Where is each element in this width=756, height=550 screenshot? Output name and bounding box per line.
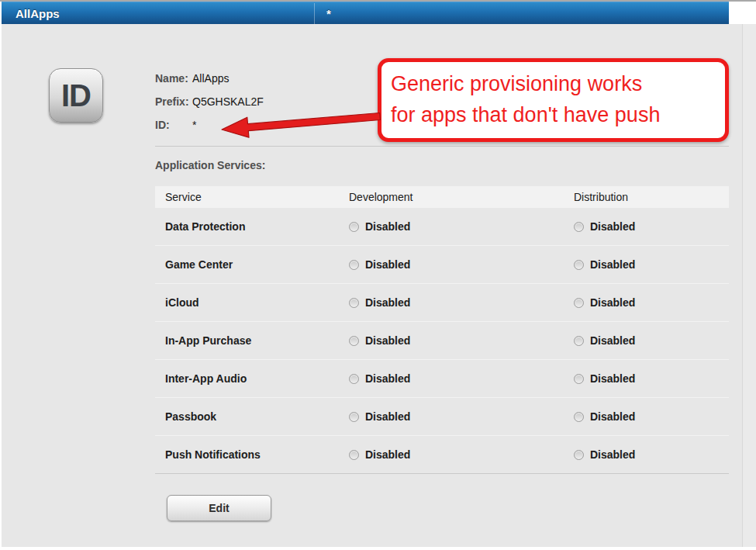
status-label: Disabled [365,372,410,385]
radio-disabled-icon [574,260,584,270]
service-name: iCloud [165,296,199,309]
table-row-data-protection: Data Protection Disabled Disabled [155,208,729,246]
status-label: Disabled [590,220,635,233]
status-label: Disabled [590,296,635,309]
column-header-distribution: Distribution [574,191,729,203]
service-name: Game Center [165,258,233,271]
column-header-development: Development [349,191,574,203]
radio-disabled-icon [349,336,359,346]
radio-disabled-icon [349,374,359,384]
status-label: Disabled [590,448,635,461]
status-label: Disabled [590,372,635,385]
column-header-service: Service [155,191,349,203]
name-value: AllApps [192,72,229,85]
radio-disabled-icon [574,222,584,232]
radio-disabled-icon [349,450,359,460]
radio-disabled-icon [349,412,359,422]
annotation-line-1: Generic provisioning works [391,68,717,99]
app-id-row-header: AllApps * [2,2,729,24]
radio-disabled-icon [574,412,584,422]
status-label: Disabled [365,410,410,423]
right-gutter [742,24,756,547]
annotation-line-2: for apps that don't have push [391,99,717,130]
status-label: Disabled [365,258,410,271]
status-label: Disabled [590,258,635,271]
table-row-inter-app-audio: Inter-App Audio Disabled Disabled [155,360,729,398]
radio-disabled-icon [349,222,359,232]
annotation-callout: Generic provisioning works for apps that… [378,58,729,142]
table-row-passbook: Passbook Disabled Disabled [155,398,729,436]
service-name: Push Notifications [165,448,261,461]
service-name: Passbook [165,410,216,423]
table-row-icloud: iCloud Disabled Disabled [155,284,729,322]
status-label: Disabled [365,220,410,233]
table-row-in-app-purchase: In-App Purchase Disabled Disabled [155,322,729,360]
radio-disabled-icon [574,374,584,384]
edit-button[interactable]: Edit [167,495,271,521]
radio-disabled-icon [574,450,584,460]
application-services-table: Service Development Distribution Data Pr… [155,186,729,474]
service-name: Data Protection [165,220,245,233]
app-id-row-id-cell[interactable]: * [326,2,331,25]
status-label: Disabled [590,334,635,347]
name-label: Name: [155,72,192,85]
application-services-heading: Application Services: [155,159,265,171]
field-row-name: Name: AllApps [155,67,264,90]
table-row-game-center: Game Center Disabled Disabled [155,246,729,284]
services-table-header: Service Development Distribution [155,186,729,208]
id-value: * [192,119,196,131]
app-id-badge-icon: ID [49,68,103,123]
table-row-push-notifications: Push Notifications Disabled Disabled [155,436,729,474]
status-label: Disabled [365,448,410,461]
app-id-row-name-cell[interactable]: AllApps [16,2,60,25]
status-label: Disabled [590,410,635,423]
app-id-detail-page: AllApps * ID Name: AllApps Prefix: Q5GHS… [0,0,756,550]
id-label: ID: [155,119,192,131]
service-name: Inter-App Audio [165,372,247,385]
radio-disabled-icon [574,336,584,346]
status-label: Disabled [365,296,410,309]
annotation-arrow-icon [217,105,384,144]
app-id-detail-panel: ID Name: AllApps Prefix: Q5GHSKAL2F ID: … [2,24,742,547]
radio-disabled-icon [574,298,584,308]
section-divider [155,146,729,147]
header-cell-divider [314,3,315,25]
radio-disabled-icon [349,298,359,308]
status-label: Disabled [365,334,410,347]
radio-disabled-icon [349,260,359,270]
service-name: In-App Purchase [165,334,251,347]
prefix-label: Prefix: [155,95,192,108]
